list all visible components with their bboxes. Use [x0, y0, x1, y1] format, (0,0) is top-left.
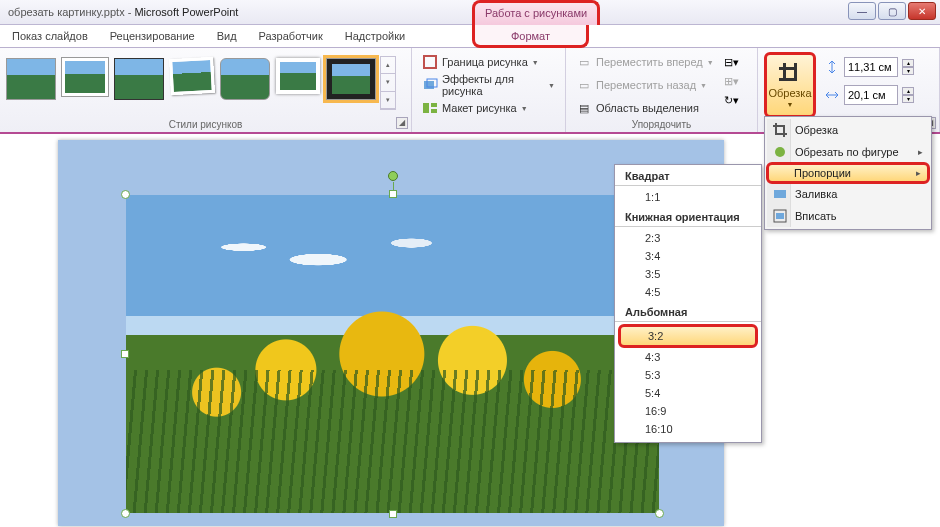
handle-nw[interactable] — [121, 190, 130, 199]
picture-style-gallery[interactable] — [6, 52, 376, 100]
tab-slideshow[interactable]: Показ слайдов — [12, 30, 88, 42]
dialog-launcher-styles[interactable]: ◢ — [396, 117, 408, 129]
svg-rect-7 — [774, 190, 786, 198]
rotate-handle[interactable] — [388, 171, 398, 181]
cmd-picture-effects[interactable]: Эффекты для рисунка ▼ — [418, 75, 559, 95]
gallery-more-button[interactable]: ▴▾▾ — [380, 56, 396, 110]
picture-content — [126, 195, 659, 513]
aspect-opt-16-9[interactable]: 16:9 — [615, 402, 761, 420]
aspect-opt-3-4[interactable]: 3:4 — [615, 247, 761, 265]
height-input[interactable]: 11,31 см — [844, 57, 898, 77]
svg-point-6 — [775, 147, 785, 157]
shape-icon — [771, 143, 789, 161]
svg-rect-4 — [431, 103, 437, 107]
crop-button[interactable]: Обрезка ▼ — [764, 52, 816, 118]
aspect-header-landscape: Альбомная — [615, 301, 761, 322]
width-icon — [824, 87, 840, 103]
group-arrange: ▭Переместить вперед ▼ ▭Переместить назад… — [566, 48, 758, 132]
minimize-button[interactable]: — — [848, 2, 876, 20]
group-icon[interactable]: ⊞▾ — [724, 73, 740, 89]
aspect-opt-3-5[interactable]: 3:5 — [615, 265, 761, 283]
aspect-opt-5-3[interactable]: 5:3 — [615, 366, 761, 384]
style-thumb-5[interactable] — [220, 58, 270, 100]
handle-sw[interactable] — [121, 509, 130, 518]
menu-item-aspect-ratio[interactable]: Пропорции — [766, 162, 930, 184]
bring-forward-icon: ▭ — [576, 54, 592, 70]
window-controls: — ▢ ✕ — [848, 2, 936, 20]
send-backward-icon: ▭ — [576, 77, 592, 93]
aspect-opt-3-2[interactable]: 3:2 — [618, 324, 758, 348]
fit-icon — [771, 207, 789, 225]
cmd-picture-layout[interactable]: Макет рисунка ▼ — [418, 98, 559, 118]
window-title: обрезать картинку.pptx - Microsoft Power… — [8, 6, 238, 18]
aspect-opt-2-3[interactable]: 2:3 — [615, 229, 761, 247]
menu-item-crop-to-shape[interactable]: Обрезать по фигуре — [767, 141, 929, 163]
aspect-opt-4-3[interactable]: 4:3 — [615, 348, 761, 366]
align-icon[interactable]: ⊟▾ — [724, 54, 740, 70]
svg-rect-3 — [423, 103, 429, 113]
fill-icon — [771, 185, 789, 203]
style-thumb-4[interactable] — [169, 57, 215, 95]
crop-icon — [779, 63, 801, 85]
app-name: Microsoft PowerPoint — [134, 6, 238, 18]
layout-icon — [422, 100, 438, 116]
cmd-selection-pane[interactable]: ▤Область выделения — [572, 98, 718, 118]
cmd-bring-forward[interactable]: ▭Переместить вперед ▼ — [572, 52, 718, 72]
svg-rect-1 — [424, 81, 434, 89]
height-spinner[interactable]: ▴▾ — [902, 59, 914, 75]
handle-se[interactable] — [655, 509, 664, 518]
selection-pane-icon: ▤ — [576, 100, 592, 116]
svg-rect-5 — [431, 109, 437, 113]
border-icon — [422, 54, 438, 70]
handle-n[interactable] — [389, 190, 397, 198]
aspect-header-portrait: Книжная ориентация — [615, 206, 761, 227]
height-icon — [824, 59, 840, 75]
tab-view[interactable]: Вид — [217, 30, 237, 42]
contextual-tab-header: Работа с рисунками — [472, 0, 600, 25]
crop-icon — [771, 121, 789, 139]
doc-name: обрезать картинку.pptx — [8, 6, 125, 18]
aspect-ratio-submenu: Квадрат 1:1 Книжная ориентация 2:3 3:4 3… — [614, 164, 762, 443]
close-button[interactable]: ✕ — [908, 2, 936, 20]
style-thumb-1[interactable] — [6, 58, 56, 100]
menu-item-fill[interactable]: Заливка — [767, 183, 929, 205]
tab-developer[interactable]: Разработчик — [259, 30, 323, 42]
aspect-opt-5-4[interactable]: 5:4 — [615, 384, 761, 402]
width-input[interactable]: 20,1 см — [844, 85, 898, 105]
tab-addins[interactable]: Надстройки — [345, 30, 405, 42]
group-label-arrange: Упорядочить — [566, 119, 757, 130]
height-input-row: 11,31 см ▴▾ — [824, 56, 914, 78]
effects-icon — [422, 77, 438, 93]
width-spinner[interactable]: ▴▾ — [902, 87, 914, 103]
style-thumb-2[interactable] — [62, 58, 108, 96]
aspect-header-square: Квадрат — [615, 165, 761, 186]
rotate-icon[interactable]: ↻▾ — [724, 92, 740, 108]
aspect-opt-16-10[interactable]: 16:10 — [615, 420, 761, 438]
group-picture-styles: ▴▾▾ Стили рисунков ◢ — [0, 48, 412, 132]
svg-rect-9 — [776, 213, 784, 219]
ribbon-tabs: Показ слайдов Рецензирование Вид Разрабо… — [0, 25, 940, 48]
group-picture-format: Граница рисунка ▼ Эффекты для рисунка ▼ … — [412, 48, 566, 132]
maximize-button[interactable]: ▢ — [878, 2, 906, 20]
cmd-send-backward[interactable]: ▭Переместить назад ▼ — [572, 75, 718, 95]
group-label-styles: Стили рисунков — [0, 119, 411, 130]
style-thumb-7-selected[interactable] — [326, 58, 376, 100]
aspect-opt-4-5[interactable]: 4:5 — [615, 283, 761, 301]
tab-review[interactable]: Рецензирование — [110, 30, 195, 42]
menu-item-fit[interactable]: Вписать — [767, 205, 929, 227]
handle-s[interactable] — [389, 510, 397, 518]
title-bar: обрезать картинку.pptx - Microsoft Power… — [0, 0, 940, 25]
handle-w[interactable] — [121, 350, 129, 358]
inserted-picture[interactable] — [126, 195, 659, 513]
style-thumb-3[interactable] — [114, 58, 164, 100]
tab-format[interactable]: Формат — [472, 25, 589, 48]
cmd-picture-border[interactable]: Граница рисунка ▼ — [418, 52, 559, 72]
svg-rect-0 — [424, 56, 436, 68]
style-thumb-6[interactable] — [276, 58, 320, 94]
menu-item-crop[interactable]: Обрезка — [767, 119, 929, 141]
crop-dropdown-menu: Обрезка Обрезать по фигуре Пропорции Зал… — [764, 116, 932, 230]
crop-button-label: Обрезка — [768, 87, 811, 99]
width-input-row: 20,1 см ▴▾ — [824, 84, 914, 106]
aspect-opt-1-1[interactable]: 1:1 — [615, 188, 761, 206]
